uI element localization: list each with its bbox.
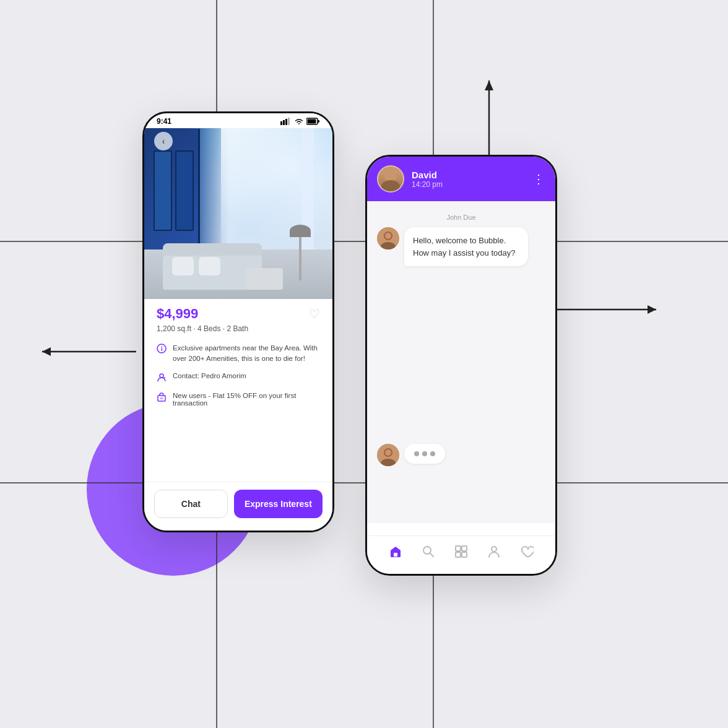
wifi-icon (294, 118, 304, 125)
svg-point-32 (423, 547, 431, 554)
sender-label: John Due (377, 214, 545, 221)
battery-icon (306, 118, 320, 125)
svg-point-26 (385, 233, 391, 239)
chat-contact-time: 14:20 pm (412, 180, 525, 189)
typing-dot-1 (414, 451, 419, 456)
promo-text: New users - Flat 15% OFF on your first t… (173, 392, 320, 407)
typing-indicator (404, 444, 445, 464)
avatar-svg (377, 227, 399, 249)
svg-point-37 (492, 547, 496, 552)
info-icon: i (157, 344, 167, 355)
svg-rect-10 (280, 121, 282, 125)
message-avatar (377, 227, 399, 249)
svg-rect-22 (160, 397, 163, 399)
contact-text: Contact: Pedro Amorim (173, 372, 246, 379)
info-row-description: i Exclusive apartments near the Bay Area… (157, 343, 320, 365)
message-text: Hello, welcome to Bubble. How may I assi… (413, 236, 515, 258)
signal-icon (280, 118, 292, 125)
svg-rect-13 (288, 118, 290, 125)
status-bar: 9:41 (144, 113, 332, 128)
svg-rect-31 (394, 553, 397, 557)
typing-row (377, 444, 445, 466)
chat-header: David 14:20 pm ⋮ (367, 157, 555, 201)
contact-icon (157, 373, 167, 384)
info-row-contact: Contact: Pedro Amorim (157, 372, 320, 384)
info-row-promo: New users - Flat 15% OFF on your first t… (157, 392, 320, 407)
description-text: Exclusive apartments near the Bay Area. … (173, 343, 320, 365)
svg-point-19 (160, 374, 163, 378)
express-interest-button[interactable]: Express Interest (234, 490, 323, 518)
chat-menu-button[interactable]: ⋮ (532, 171, 545, 186)
nav-favorites[interactable] (518, 542, 536, 564)
phone-listing: 9:41 (142, 111, 334, 532)
typing-dot-3 (430, 451, 435, 456)
typing-dot-2 (422, 451, 427, 456)
action-bar: Chat Express Interest (144, 482, 332, 531)
svg-rect-11 (283, 120, 285, 125)
svg-rect-36 (462, 552, 467, 557)
chat-avatar (377, 165, 404, 193)
status-icons (280, 118, 320, 125)
favorite-icon[interactable]: ♡ (309, 306, 320, 321)
nav-home[interactable] (386, 542, 405, 564)
promo-icon (157, 392, 167, 404)
chat-contact-name: David (412, 170, 525, 180)
chat-body: John Due Hello, welcome to Bubble. How m… (367, 201, 555, 523)
svg-rect-16 (308, 119, 316, 124)
svg-rect-34 (462, 546, 467, 551)
svg-point-20 (164, 377, 165, 378)
svg-text:i: i (161, 345, 163, 352)
svg-rect-15 (318, 120, 319, 123)
svg-point-30 (385, 449, 391, 456)
svg-rect-12 (285, 119, 287, 125)
typing-avatar-svg (377, 444, 399, 466)
hero-image: ‹ (144, 113, 332, 299)
listing-content: $4,999 ♡ 1,200 sq.ft · 4 Beds · 2 Bath i… (144, 296, 332, 424)
back-button[interactable]: ‹ (154, 132, 173, 150)
nav-grid[interactable] (452, 542, 470, 564)
phone-chat: David 14:20 pm ⋮ John Due Hello, welcome… (365, 155, 557, 576)
chat-button[interactable]: Chat (154, 490, 228, 518)
chat-message-row: Hello, welcome to Bubble. How may I assi… (377, 227, 545, 266)
message-bubble: Hello, welcome to Bubble. How may I assi… (404, 227, 528, 266)
nav-profile[interactable] (485, 542, 503, 564)
nav-search[interactable] (419, 542, 438, 564)
typing-avatar (377, 444, 399, 466)
status-time: 9:41 (157, 117, 171, 126)
listing-specs: 1,200 sq.ft · 4 Beds · 2 Bath (157, 324, 320, 333)
bottom-nav (367, 535, 555, 574)
svg-rect-33 (456, 546, 461, 551)
svg-rect-35 (456, 552, 461, 557)
chat-header-info: David 14:20 pm (412, 170, 525, 189)
listing-price: $4,999 (157, 306, 198, 322)
